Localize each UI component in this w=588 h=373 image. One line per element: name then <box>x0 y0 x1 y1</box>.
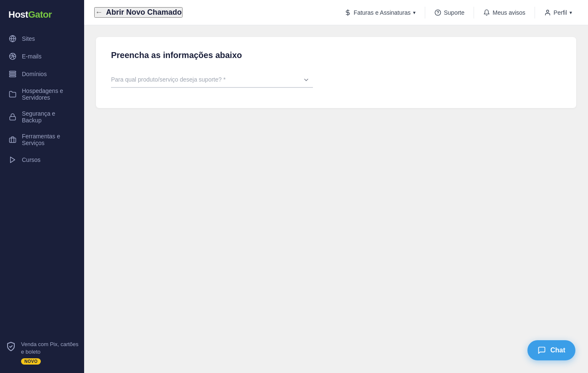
logo-gator: Gator <box>28 9 52 20</box>
chat-label: Chat <box>550 347 565 354</box>
chat-icon <box>538 346 546 354</box>
email-icon <box>8 52 17 61</box>
tools-icon <box>8 135 17 144</box>
logo-host: Host <box>8 9 28 20</box>
lock-icon <box>8 113 17 121</box>
sidebar-item-label: Sites <box>22 35 35 42</box>
sidebar-nav: Sites E-mails Domínios <box>0 30 84 334</box>
topnav: ← Abrir Novo Chamado Faturas e Assinatur… <box>84 0 588 25</box>
sidebar-item-label: Segurança e Backup <box>22 110 76 124</box>
svg-rect-4 <box>10 74 16 75</box>
sidebar-item-label: Ferramentas e Serviços <box>22 133 76 146</box>
sidebar-item-sites[interactable]: Sites <box>3 30 81 47</box>
back-arrow-icon: ← <box>95 8 103 17</box>
suporte-label: Suporte <box>444 9 464 16</box>
topnav-divider-3 <box>535 7 535 19</box>
sidebar-item-seguranca[interactable]: Segurança e Backup <box>3 106 81 128</box>
sidebar-item-label: Hospedagens e Servidores <box>22 87 76 101</box>
bell-icon <box>483 9 490 16</box>
sidebar-item-label: Domínios <box>22 71 47 77</box>
topnav-divider <box>425 7 425 19</box>
svg-rect-3 <box>10 71 16 72</box>
back-button[interactable]: ← Abrir Novo Chamado <box>94 7 183 18</box>
user-icon <box>544 9 551 16</box>
chevron-down-icon-2: ▾ <box>569 10 572 16</box>
svg-rect-5 <box>10 76 16 77</box>
suporte-menu[interactable]: Suporte <box>429 6 470 19</box>
question-icon <box>434 9 441 16</box>
folder-icon <box>8 90 17 98</box>
sidebar-promo[interactable]: Venda com Pix, cartões e boleto NOVO <box>5 341 79 365</box>
svg-rect-6 <box>10 116 16 120</box>
server-icon <box>8 70 17 78</box>
avisos-label: Meus avisos <box>493 9 525 16</box>
promo-title: Venda com Pix, cartões e boleto <box>21 341 79 356</box>
sidebar-item-ferramentas[interactable]: Ferramentas e Serviços <box>3 129 81 151</box>
faturas-menu[interactable]: Faturas e Assinaturas ▾ <box>339 6 421 19</box>
chat-button[interactable]: Chat <box>527 340 575 360</box>
faturas-label: Faturas e Assinaturas <box>354 9 411 16</box>
chevron-down-icon: ▾ <box>413 10 416 16</box>
shield-icon <box>5 341 17 352</box>
svg-rect-7 <box>10 138 16 143</box>
sidebar-item-label: Cursos <box>22 156 40 163</box>
svg-marker-8 <box>11 157 15 163</box>
topnav-actions: Faturas e Assinaturas ▾ Suporte <box>339 6 578 19</box>
sidebar-item-label: E-mails <box>22 53 42 60</box>
logo: HostGator <box>0 0 84 30</box>
topnav-divider-2 <box>474 7 474 19</box>
sidebar-item-dominios[interactable]: Domínios <box>3 66 81 82</box>
play-icon <box>8 156 17 164</box>
dollar-icon <box>344 9 351 16</box>
card-title: Preencha as informações abaixo <box>111 50 561 60</box>
content-area: Preencha as informações abaixo Para qual… <box>84 25 588 373</box>
sidebar-item-hospedagens[interactable]: Hospedagens e Servidores <box>3 83 81 105</box>
perfil-menu[interactable]: Perfil ▾ <box>538 6 578 19</box>
globe-icon <box>8 34 17 43</box>
main-area: ← Abrir Novo Chamado Faturas e Assinatur… <box>84 0 588 373</box>
perfil-label: Perfil <box>554 9 567 16</box>
product-select-wrapper: Para qual produto/serviço deseja suporte… <box>111 72 313 88</box>
sidebar-item-cursos[interactable]: Cursos <box>3 151 81 168</box>
sidebar: HostGator Sites E-mails <box>0 0 84 373</box>
sidebar-item-emails[interactable]: E-mails <box>3 48 81 65</box>
page-title: Abrir Novo Chamado <box>106 8 182 17</box>
promo-badge: NOVO <box>21 358 41 365</box>
promo-content: Venda com Pix, cartões e boleto NOVO <box>21 341 79 365</box>
form-card: Preencha as informações abaixo Para qual… <box>96 37 576 108</box>
avisos-menu[interactable]: Meus avisos <box>477 6 531 19</box>
product-select[interactable] <box>111 72 313 88</box>
svg-point-12 <box>546 10 548 12</box>
